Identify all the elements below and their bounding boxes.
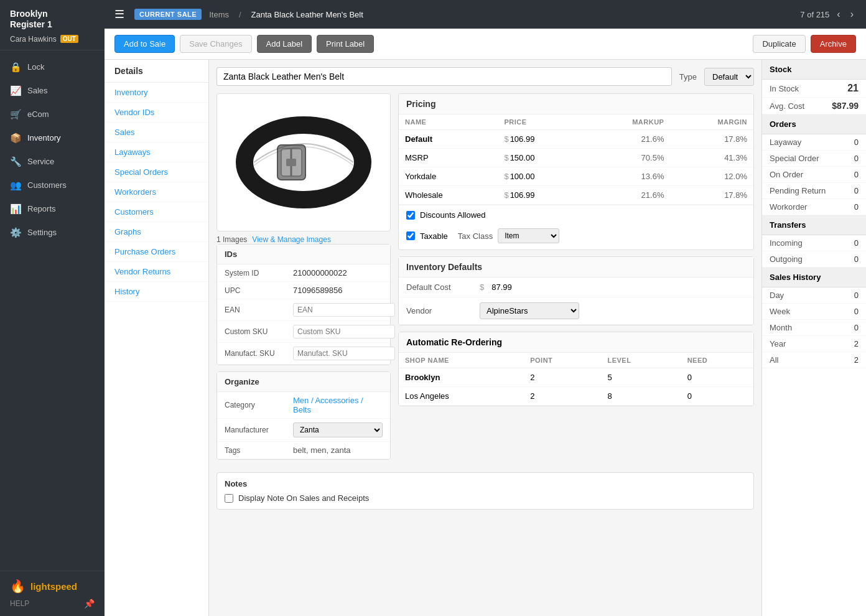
sidebar-item-service[interactable]: 🔧 Service bbox=[0, 150, 105, 174]
left-nav-workorders[interactable]: Workorders bbox=[105, 182, 208, 202]
next-arrow-icon[interactable]: › bbox=[848, 6, 856, 22]
sales-history-header: Sales History bbox=[762, 268, 866, 287]
reorder-row-brooklyn: Brooklyn 2 5 0 bbox=[399, 368, 753, 387]
tags-label: Tags bbox=[225, 446, 293, 455]
reorder-level-brooklyn: 5 bbox=[601, 368, 681, 387]
left-nav-history[interactable]: History bbox=[105, 282, 208, 302]
category-value[interactable]: Men / Accessories / Belts bbox=[293, 396, 383, 414]
reorder-header: Automatic Re-Ordering bbox=[399, 332, 753, 353]
special-order-value: 0 bbox=[854, 154, 859, 163]
taxable-label: Taxable bbox=[420, 231, 448, 241]
ean-input[interactable] bbox=[293, 303, 395, 317]
duplicate-button[interactable]: Duplicate bbox=[753, 35, 805, 53]
pin-icon[interactable]: 📌 bbox=[84, 599, 95, 609]
topbar: ☰ CURRENT SALE Items / Zanta Black Leath… bbox=[105, 0, 866, 29]
view-manage-images-link[interactable]: View & Manage Images bbox=[252, 235, 331, 244]
left-nav-sales[interactable]: Sales bbox=[105, 123, 208, 142]
sidebar-item-customers[interactable]: 👥 Customers bbox=[0, 174, 105, 197]
system-id-value: 210000000022 bbox=[293, 268, 347, 278]
actionbar: Add to Sale Save Changes Add Label Print… bbox=[105, 29, 866, 60]
all-label: All bbox=[770, 355, 778, 365]
item-name-input[interactable] bbox=[216, 67, 672, 86]
vendor-label: Vendor bbox=[406, 306, 475, 315]
save-changes-button[interactable]: Save Changes bbox=[180, 35, 251, 53]
layaway-label: Layaway bbox=[770, 138, 801, 147]
incoming-value: 0 bbox=[854, 238, 859, 248]
category-label: Category bbox=[225, 401, 293, 409]
manufacturer-label: Manufacturer bbox=[225, 426, 293, 434]
left-nav-vendor-returns[interactable]: Vendor Returns bbox=[105, 262, 208, 282]
taxable-checkbox[interactable] bbox=[406, 231, 415, 240]
sales-icon: 📈 bbox=[10, 85, 21, 96]
prev-arrow-icon[interactable]: ‹ bbox=[834, 6, 842, 22]
sidebar-item-sales[interactable]: 📈 Sales bbox=[0, 79, 105, 103]
sidebar-item-inventory[interactable]: 📦 Inventory bbox=[0, 126, 105, 150]
vendor-select[interactable]: AlpineStars Other bbox=[480, 302, 579, 319]
notes-section: Notes Display Note On Sales and Receipts bbox=[216, 472, 754, 510]
price-margin-default: 17.8% bbox=[670, 130, 753, 149]
discounts-checkbox[interactable] bbox=[406, 211, 415, 220]
settings-icon: ⚙️ bbox=[10, 227, 21, 238]
pricing-row-default: Default $106.99 21.6% 17.8% bbox=[399, 130, 753, 149]
add-to-sale-button[interactable]: Add to Sale bbox=[114, 35, 175, 53]
left-nav-layaways[interactable]: Layaways bbox=[105, 142, 208, 162]
workorder-row: Workorder 0 bbox=[762, 199, 866, 215]
type-select[interactable]: Default Box Serial bbox=[704, 68, 754, 86]
out-badge: OUT bbox=[60, 35, 78, 43]
left-nav-purchase-orders[interactable]: Purchase Orders bbox=[105, 242, 208, 262]
archive-button[interactable]: Archive bbox=[811, 35, 856, 53]
reorder-row-losangeles: Los Angeles 2 8 0 bbox=[399, 387, 753, 406]
add-label-button[interactable]: Add Label bbox=[257, 35, 312, 53]
sidebar: Brooklyn Register 1 Cara Hawkins OUT 🔒 L… bbox=[0, 0, 105, 616]
topbar-right: 7 of 215 ‹ › bbox=[800, 6, 856, 22]
item-body: 1 Images View & Manage Images IDs System… bbox=[216, 93, 754, 466]
pricing-section: Pricing NAME PRICE MARKUP MARGIN bbox=[398, 93, 754, 466]
pricing-row-wholesale: Wholesale $106.99 21.6% 17.8% bbox=[399, 186, 753, 205]
tax-class-select[interactable]: Item Service Non-taxable bbox=[498, 228, 559, 243]
day-row: Day 0 bbox=[762, 287, 866, 304]
image-footer: 1 Images View & Manage Images bbox=[216, 235, 391, 244]
incoming-row: Incoming 0 bbox=[762, 235, 866, 251]
inventory-defaults-header: Inventory Defaults bbox=[399, 257, 753, 278]
price-margin-yorkdale: 12.0% bbox=[670, 167, 753, 186]
left-nav-customers[interactable]: Customers bbox=[105, 202, 208, 222]
avg-cost-label: Avg. Cost bbox=[770, 101, 804, 111]
service-icon: 🔧 bbox=[10, 156, 21, 167]
current-sale-badge[interactable]: CURRENT SALE bbox=[134, 9, 202, 20]
menu-icon[interactable]: ☰ bbox=[114, 7, 124, 21]
category-row: Category Men / Accessories / Belts bbox=[217, 392, 390, 419]
default-cost-value: 87.99 bbox=[491, 282, 512, 292]
workorder-label: Workorder bbox=[770, 202, 807, 212]
display-note-checkbox[interactable] bbox=[225, 494, 233, 503]
month-label: Month bbox=[770, 323, 792, 332]
customers-icon: 👥 bbox=[10, 180, 21, 191]
pagination-text: 7 of 215 bbox=[800, 10, 829, 19]
help-text[interactable]: HELP bbox=[10, 599, 29, 608]
cost-dollar: $ bbox=[480, 282, 484, 292]
sidebar-header: Brooklyn Register 1 Cara Hawkins OUT bbox=[0, 0, 105, 50]
special-order-label: Special Order bbox=[770, 154, 819, 163]
avg-cost-row: Avg. Cost $87.99 bbox=[762, 98, 866, 114]
manufacturer-select[interactable]: Zanta Other bbox=[293, 422, 383, 437]
breadcrumb-items[interactable]: Items bbox=[209, 10, 229, 19]
manufact-sku-input[interactable] bbox=[293, 347, 395, 360]
left-nav-vendor-ids[interactable]: Vendor IDs bbox=[105, 103, 208, 123]
all-row: All 2 bbox=[762, 352, 866, 368]
left-nav-inventory[interactable]: Inventory bbox=[105, 83, 208, 103]
reorder-level-la: 8 bbox=[601, 387, 681, 406]
custom-sku-input[interactable] bbox=[293, 325, 395, 338]
manufact-sku-label: Manufact. SKU bbox=[225, 349, 293, 358]
left-nav-graphs[interactable]: Graphs bbox=[105, 222, 208, 242]
special-order-row: Special Order 0 bbox=[762, 151, 866, 167]
print-label-button[interactable]: Print Label bbox=[317, 35, 374, 53]
all-value: 2 bbox=[854, 355, 859, 365]
manufact-sku-row: Manufact. SKU bbox=[217, 343, 390, 365]
sidebar-item-ecom[interactable]: 🛒 eCom bbox=[0, 103, 105, 126]
reorder-shop-header: Shop Name bbox=[399, 353, 524, 368]
sidebar-item-settings[interactable]: ⚙️ Settings bbox=[0, 221, 105, 245]
sidebar-item-reports[interactable]: 📊 Reports bbox=[0, 197, 105, 221]
sidebar-item-label: Service bbox=[27, 157, 54, 166]
sidebar-item-lock[interactable]: 🔒 Lock bbox=[0, 55, 105, 79]
left-nav-special-orders[interactable]: Special Orders bbox=[105, 162, 208, 182]
in-stock-label: In Stock bbox=[770, 84, 799, 93]
